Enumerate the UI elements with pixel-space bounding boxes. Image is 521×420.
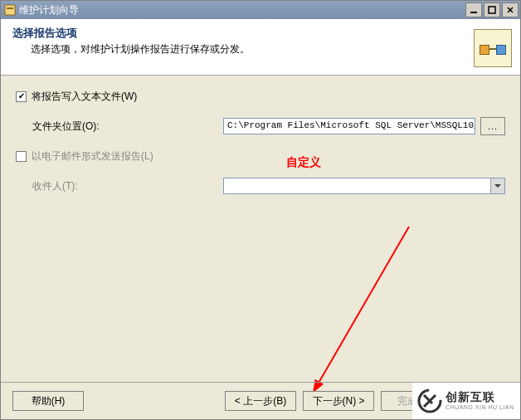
maximize-button[interactable] [484, 2, 500, 17]
window-buttons [465, 2, 519, 17]
recipient-row: 收件人(T): [16, 177, 505, 195]
back-button[interactable]: < 上一步(B) [225, 391, 296, 411]
svg-rect-3 [489, 7, 495, 13]
annotation-arrow-icon [309, 222, 417, 396]
form-body: 将报告写入文本文件(W) 文件夹位置(O): C:\Program Files\… [1, 76, 520, 195]
chevron-down-icon[interactable] [490, 178, 504, 193]
brand-mark-icon [417, 388, 442, 413]
svg-line-6 [318, 227, 409, 384]
window-title: 维护计划向导 [19, 3, 465, 17]
wizard-window: 维护计划向导 选择报告选项 选择选项，对维护计划操作报告进行保存或分发。 将报告… [0, 0, 521, 420]
write-report-row: 将报告写入文本文件(W) [16, 87, 505, 105]
wizard-header: 选择报告选项 选择选项，对维护计划操作报告进行保存或分发。 [1, 19, 520, 76]
page-title: 选择报告选项 [12, 26, 509, 41]
write-report-checkbox[interactable] [16, 91, 27, 102]
annotation-text: 自定义 [286, 155, 321, 170]
recipient-label: 收件人(T): [16, 179, 223, 193]
email-report-label: 以电子邮件形式发送报告(L) [32, 149, 153, 164]
page-subtitle: 选择选项，对维护计划操作报告进行保存或分发。 [31, 42, 509, 56]
write-report-label: 将报告写入文本文件(W) [32, 90, 137, 104]
brand-logo: 创新互联 CHUANG XIN HU LIAN [412, 383, 520, 419]
recipient-dropdown[interactable] [223, 178, 505, 194]
folder-row: 文件夹位置(O): C:\Program Files\Microsoft SQL… [16, 117, 505, 135]
app-icon [4, 4, 16, 16]
svg-rect-2 [470, 12, 477, 13]
minimize-button[interactable] [465, 2, 482, 17]
title-bar: 维护计划向导 [1, 1, 520, 19]
browse-button[interactable]: ... [480, 117, 505, 135]
brand-name: 创新互联 [446, 391, 514, 403]
email-report-checkbox[interactable] [16, 151, 27, 162]
email-report-row: 以电子邮件形式发送报告(L) [16, 147, 505, 165]
next-button[interactable]: 下一步(N) > [303, 391, 374, 411]
header-icon [474, 29, 512, 67]
svg-rect-0 [5, 5, 15, 15]
folder-label: 文件夹位置(O): [16, 120, 223, 134]
folder-input[interactable]: C:\Program Files\Microsoft SQL Server\MS… [223, 118, 475, 134]
svg-rect-1 [7, 7, 13, 9]
help-button[interactable]: 帮助(H) [12, 391, 84, 411]
close-button[interactable] [502, 2, 519, 17]
brand-sub: CHUANG XIN HU LIAN [446, 404, 514, 411]
